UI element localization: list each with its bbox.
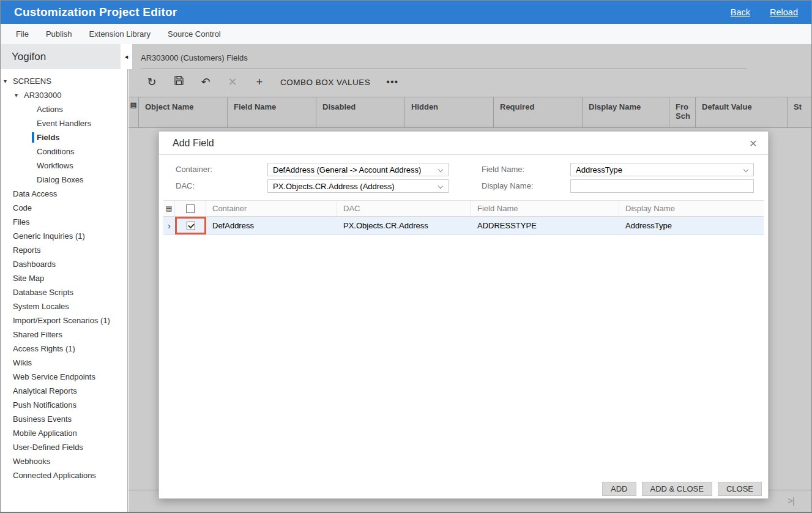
sidebar-item-label: Generic Inquiries (1) <box>13 231 85 241</box>
column-header-st[interactable]: St <box>788 97 811 127</box>
sidebar-item-dashboards[interactable]: Dashboards <box>1 257 127 271</box>
sidebar-item-database-scripts[interactable]: Database Scripts <box>1 285 127 299</box>
sidebar-item-access-rights-1[interactable]: Access Rights (1) <box>1 342 127 356</box>
sidebar-item-label: SCREENS <box>13 77 51 86</box>
select-all-checkbox[interactable] <box>186 204 195 213</box>
dac-select[interactable]: PX.Objects.CR.Address (Address) <box>267 179 449 193</box>
reload-link[interactable]: Reload <box>770 7 798 17</box>
add-close-button[interactable]: ADD & CLOSE <box>642 482 712 496</box>
close-icon[interactable]: × <box>747 137 759 149</box>
sidebar-item-system-locales[interactable]: System Locales <box>1 299 127 313</box>
sidebar-item-actions[interactable]: Actions <box>1 102 127 116</box>
column-header-field-name[interactable]: Field Name <box>228 97 316 127</box>
sidebar-item-web-service-endpoints[interactable]: Web Service Endpoints <box>1 370 127 384</box>
cell-display-name: AddressType <box>619 217 764 234</box>
column-header-required[interactable]: Required <box>494 97 583 127</box>
tree-expand-icon[interactable]: ▾ <box>15 88 18 102</box>
sidebar-item-connected-applications[interactable]: Connected Applications <box>1 468 127 482</box>
sidebar-item-user-defined-fields[interactable]: User-Defined Fields <box>1 440 127 454</box>
sidebar-item-conditions[interactable]: Conditions <box>1 144 127 159</box>
column-header-display-name[interactable]: Display Name <box>583 97 669 127</box>
fields-grid-header: ▤Object NameField NameDisabledHiddenRequ… <box>129 97 811 128</box>
save-icon[interactable] <box>165 75 192 89</box>
chevron-down-icon <box>438 184 443 189</box>
sidebar-item-webhooks[interactable]: Webhooks <box>1 454 127 468</box>
field-name-select[interactable]: AddressType <box>570 163 754 176</box>
sidebar-header: Yogifon ◄ <box>1 44 127 69</box>
project-tree: ▾SCREENS▾AR303000ActionsEvent HandlersFi… <box>1 69 127 482</box>
sidebar-item-label: Dashboards <box>13 260 56 269</box>
sidebar-item-fields[interactable]: Fields <box>1 130 127 144</box>
sidebar-item-event-handlers[interactable]: Event Handlers <box>1 116 127 130</box>
dialog-grid-header: ▤ContainerDACField NameDisplay Name <box>163 200 764 217</box>
menu-item-publish[interactable]: Publish <box>46 29 72 39</box>
container-select[interactable]: DefAddress (General -> Account Address) <box>267 163 449 176</box>
sidebar-item-generic-inquiries-1[interactable]: Generic Inquiries (1) <box>1 229 127 243</box>
sidebar-item-workflows[interactable]: Workflows <box>1 159 127 173</box>
sidebar-collapse-button[interactable]: ◄ <box>121 44 132 69</box>
menu-item-extension-library[interactable]: Extension Library <box>89 29 151 39</box>
sidebar-item-screens[interactable]: ▾SCREENS <box>1 74 127 88</box>
sidebar-item-business-events[interactable]: Business Events <box>1 412 127 426</box>
sidebar-item-files[interactable]: Files <box>1 215 127 229</box>
sidebar-item-label: Mobile Application <box>13 429 77 438</box>
menu-item-source-control[interactable]: Source Control <box>168 29 221 39</box>
customization-project-editor-window: Customization Project Editor Back Reload… <box>0 0 812 513</box>
column-header-fro-sch[interactable]: Fro Sch <box>669 97 696 127</box>
checkbox-column-header <box>175 201 206 216</box>
sidebar-item-reports[interactable]: Reports <box>1 243 127 257</box>
add-row-icon[interactable]: + <box>246 76 273 89</box>
table-row[interactable]: ›DefAddressPX.Objects.CR.AddressADDRESST… <box>163 217 764 235</box>
dac-select-value: PX.Objects.CR.Address (Address) <box>273 182 395 191</box>
undo-icon[interactable]: ↶ <box>192 75 219 89</box>
sidebar-item-data-access[interactable]: Data Access <box>1 187 127 201</box>
sidebar: Yogifon ◄ ▾SCREENS▾AR303000ActionsEvent … <box>1 44 128 512</box>
column-header-hidden[interactable]: Hidden <box>405 97 494 127</box>
field-name-select-value: AddressType <box>576 165 622 174</box>
sidebar-item-code[interactable]: Code <box>1 201 127 215</box>
sidebar-item-import-export-scenarios-1[interactable]: Import/Export Scenarios (1) <box>1 313 127 328</box>
display-name-label: Display Name: <box>482 179 534 193</box>
close-button[interactable]: CLOSE <box>718 482 762 496</box>
menu-item-file[interactable]: File <box>16 29 29 39</box>
sidebar-item-label: Actions <box>37 105 63 114</box>
refresh-icon[interactable]: ↻ <box>138 75 165 89</box>
chevron-down-icon <box>743 167 748 172</box>
sidebar-item-label: Workflows <box>37 161 73 170</box>
sidebar-item-shared-filters[interactable]: Shared Filters <box>1 328 127 342</box>
last-page-icon[interactable]: >| <box>788 495 794 506</box>
sidebar-item-ar303000[interactable]: ▾AR303000 <box>1 88 127 102</box>
more-options-icon[interactable]: ••• <box>386 77 398 88</box>
dialog-column-header-dac[interactable]: DAC <box>337 201 471 216</box>
sidebar-item-label: Files <box>13 217 29 227</box>
dialog-column-header-container[interactable]: Container <box>206 201 337 216</box>
sidebar-item-site-map[interactable]: Site Map <box>1 271 127 285</box>
row-checkbox[interactable] <box>187 222 195 230</box>
dialog-column-header-field-name[interactable]: Field Name <box>471 201 619 216</box>
container-label: Container: <box>176 163 212 176</box>
page-title: AR303000 (Customers) Fields <box>141 53 248 62</box>
collapse-left-icon: ◄ <box>124 54 129 60</box>
sidebar-item-analytical-reports[interactable]: Analytical Reports <box>1 384 127 398</box>
column-header-default-value[interactable]: Default Value <box>696 97 788 127</box>
app-title: Customization Project Editor <box>14 6 711 19</box>
sidebar-item-label: Fields <box>37 133 60 142</box>
row-expander-icon[interactable]: › <box>163 217 175 234</box>
add-button[interactable]: ADD <box>602 482 636 496</box>
sidebar-item-wikis[interactable]: Wikis <box>1 356 127 370</box>
sidebar-item-label: Business Events <box>13 414 72 424</box>
column-header-object-name[interactable]: Object Name <box>139 97 228 127</box>
sidebar-item-mobile-application[interactable]: Mobile Application <box>1 426 127 440</box>
sidebar-item-push-notifications[interactable]: Push Notifications <box>1 398 127 412</box>
back-link[interactable]: Back <box>731 7 750 17</box>
sidebar-item-dialog-boxes[interactable]: Dialog Boxes <box>1 173 127 187</box>
add-field-dialog: Add Field × Container: DefAddress (Gener… <box>158 131 769 499</box>
dialog-column-header-display-name[interactable]: Display Name <box>619 201 764 216</box>
sidebar-item-label: Data Access <box>13 189 57 198</box>
dac-label: DAC: <box>176 179 195 193</box>
tree-expand-icon[interactable]: ▾ <box>4 74 7 88</box>
display-name-input[interactable] <box>570 179 754 193</box>
column-header-disabled[interactable]: Disabled <box>316 97 405 127</box>
combo-box-values-button[interactable]: COMBO BOX VALUES <box>280 78 370 87</box>
sidebar-item-label: Database Scripts <box>13 288 73 297</box>
